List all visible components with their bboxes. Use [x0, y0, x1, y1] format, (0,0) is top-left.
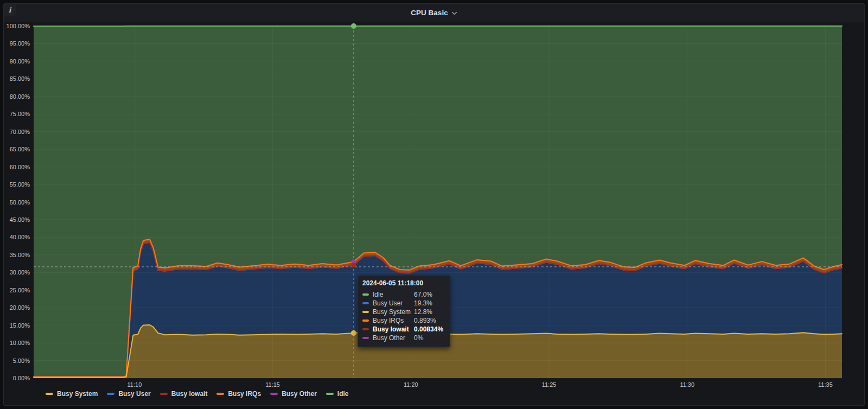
tooltip-timestamp: 2024-06-05 11:18:00 [362, 279, 445, 287]
x-axis-label: 11:20 [392, 381, 430, 388]
cursor-point-busy-system [351, 330, 356, 336]
panel-header: CPU Basic [4, 4, 864, 22]
y-axis-label: 60.00% [0, 164, 30, 170]
y-axis-label: 100.00% [0, 23, 30, 29]
legend-item-busy-iowait[interactable]: Busy Iowait [160, 390, 208, 398]
info-icon-glyph: i [9, 6, 11, 14]
tooltip-swatch [362, 319, 369, 322]
tooltip-row-busy-iowait: Busy Iowait0.00834% [362, 325, 445, 334]
legend-swatch [270, 393, 278, 395]
y-axis-label: 0.00% [0, 375, 30, 381]
tooltip-swatch [362, 293, 369, 296]
y-axis-label: 70.00% [0, 129, 30, 135]
tooltip-series-value: 12.8% [414, 308, 445, 316]
legend-label: Busy Other [282, 390, 317, 398]
tooltip-row-busy-user: Busy User19.3% [362, 299, 445, 308]
legend-swatch [160, 393, 168, 395]
tooltip-series-label: Busy IRQs [373, 317, 414, 324]
legend-swatch [46, 393, 53, 395]
y-axis-label: 40.00% [0, 234, 30, 240]
tooltip-series-label: Busy Other [373, 334, 414, 342]
y-axis-label: 10.00% [0, 340, 30, 346]
tooltip-swatch [362, 302, 369, 304]
tooltip-series-value: 19.3% [414, 299, 445, 307]
tooltip-swatch [362, 337, 369, 339]
legend-item-busy-system[interactable]: Busy System [46, 390, 98, 398]
hover-tooltip: 2024-06-05 11:18:00 Idle67.0%Busy User19… [358, 275, 450, 347]
tooltip-series-label: Idle [373, 291, 414, 298]
legend-label: Busy Iowait [171, 390, 208, 398]
x-axis-label: 11:25 [530, 381, 568, 388]
legend-item-busy-other[interactable]: Busy Other [270, 390, 317, 398]
cpu-basic-chart [0, 0, 868, 409]
x-axis-label: 11:15 [254, 381, 292, 388]
y-axis-label: 90.00% [0, 58, 30, 65]
y-axis-label: 25.00% [0, 287, 30, 293]
tooltip-row-busy-other: Busy Other0% [362, 334, 445, 342]
y-axis-label: 5.00% [0, 357, 30, 364]
x-axis-label: 11:35 [806, 381, 844, 388]
panel-title-button[interactable]: CPU Basic [411, 9, 457, 17]
y-axis-label: 20.00% [0, 304, 30, 311]
tooltip-row-idle: Idle67.0% [362, 290, 445, 299]
legend-label: Idle [337, 390, 349, 398]
tooltip-series-value: 0.893% [414, 317, 445, 324]
y-axis-label: 30.00% [0, 269, 30, 276]
y-axis-label: 55.00% [0, 181, 30, 188]
panel-info-icon[interactable]: i [4, 4, 16, 16]
x-axis-label: 11:30 [668, 381, 706, 388]
legend-swatch [216, 393, 224, 395]
legend-label: Busy System [57, 390, 98, 398]
legend-label: Busy User [118, 390, 150, 398]
y-axis-label: 15.00% [0, 322, 30, 329]
cursor-point-idle [351, 23, 356, 29]
tooltip-swatch [362, 328, 369, 330]
tooltip-series-value: 67.0% [414, 291, 445, 298]
legend-swatch [107, 393, 114, 395]
legend-item-busy-user[interactable]: Busy User [107, 390, 150, 398]
chevron-down-icon [451, 11, 457, 15]
legend-item-idle[interactable]: Idle [326, 390, 349, 398]
tooltip-swatch [362, 311, 369, 313]
tooltip-series-value: 0% [414, 334, 445, 342]
tooltip-series-label: Busy System [373, 308, 414, 316]
tooltip-row-busy-system: Busy System12.8% [362, 308, 445, 316]
tooltip-series-label: Busy Iowait [373, 325, 414, 333]
y-axis-label: 85.00% [0, 75, 30, 82]
tooltip-series-value: 0.00834% [414, 325, 445, 333]
y-axis-label: 95.00% [0, 40, 30, 47]
chart-plot-area[interactable] [0, 0, 868, 409]
y-axis-label: 75.00% [0, 111, 30, 117]
tooltip-series-label: Busy User [373, 299, 414, 307]
y-axis-label: 50.00% [0, 199, 30, 206]
y-axis-label: 80.00% [0, 93, 30, 100]
tooltip-row-busy-irqs: Busy IRQs0.893% [362, 316, 445, 325]
legend-label: Busy IRQs [228, 390, 261, 398]
panel-title: CPU Basic [411, 9, 448, 17]
cursor-point-busy-iowait [351, 263, 356, 267]
legend-swatch [326, 393, 334, 395]
legend-item-busy-irqs[interactable]: Busy IRQs [216, 390, 261, 398]
x-axis-label: 11:10 [116, 381, 154, 388]
legend: Busy SystemBusy UserBusy IowaitBusy IRQs… [46, 390, 348, 398]
y-axis-label: 65.00% [0, 146, 30, 152]
y-axis-label: 35.00% [0, 252, 30, 258]
y-axis-label: 45.00% [0, 216, 30, 223]
